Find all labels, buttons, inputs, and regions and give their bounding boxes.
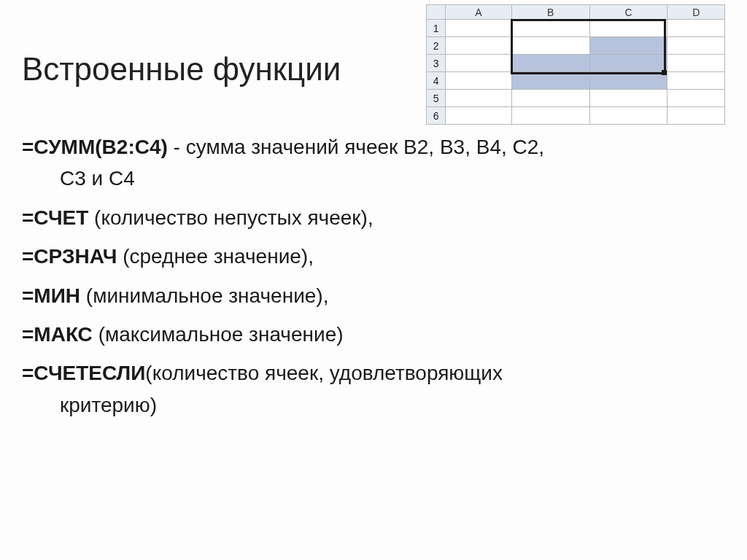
cell — [446, 37, 512, 55]
formula-desc: (максимальное значение) — [98, 323, 344, 346]
col-header: A — [446, 5, 512, 20]
cell — [667, 107, 725, 125]
cell — [589, 90, 667, 107]
grid-corner — [427, 5, 446, 20]
function-item: =МАКС (максимальное значение) — [22, 319, 725, 350]
cell — [446, 90, 512, 107]
function-item: =СЧЕТЕСЛИ(количество ячеек, удовлетворяю… — [22, 357, 725, 421]
formula-name: =СЧЕТЕСЛИ — [22, 362, 145, 384]
cell — [667, 37, 725, 55]
spreadsheet-illustration: A B C D 1 2 3 4 — [426, 4, 725, 125]
formula-name: =СУММ(В2:С4) — [22, 136, 168, 158]
cell-selected — [511, 55, 589, 72]
row-header: 5 — [427, 90, 446, 107]
row-header: 4 — [427, 72, 446, 90]
separator: - — [168, 136, 186, 158]
cell — [667, 72, 725, 90]
cell — [511, 20, 589, 37]
content-body: =СУММ(В2:С4) - сумма значений ячеек В2, … — [22, 131, 725, 421]
cell — [446, 107, 512, 125]
formula-name: =СЧЕТ — [22, 206, 94, 229]
cell — [589, 107, 667, 125]
cell — [511, 90, 589, 107]
col-header: C — [589, 5, 667, 20]
cell-selected — [589, 72, 667, 90]
cell-selected — [589, 55, 667, 72]
cell — [667, 55, 725, 72]
cell — [446, 55, 512, 72]
row-header: 2 — [427, 37, 446, 55]
formula-name: =СРЗНАЧ — [22, 245, 123, 268]
formula-name: =МИН — [22, 284, 86, 307]
formula-desc: (количество непустых ячеек), — [94, 206, 374, 229]
col-header: B — [511, 5, 589, 20]
cell — [589, 20, 667, 37]
row-header: 3 — [427, 55, 446, 72]
cell — [667, 20, 725, 37]
function-item: =МИН (минимальное значение), — [22, 280, 725, 311]
cell-selected — [511, 72, 589, 90]
spreadsheet-grid: A B C D 1 2 3 4 — [426, 4, 725, 125]
cell — [446, 20, 512, 37]
cell-selected — [589, 37, 667, 55]
cell — [667, 90, 725, 107]
cell — [446, 72, 512, 90]
cell — [511, 107, 589, 125]
col-header: D — [667, 5, 725, 20]
formula-name: =МАКС — [22, 323, 98, 346]
cell-active — [511, 37, 589, 55]
formula-desc: (минимальное значение), — [86, 284, 329, 307]
function-item: =СУММ(В2:С4) - сумма значений ячеек В2, … — [22, 131, 725, 195]
row-header: 6 — [427, 107, 446, 125]
formula-desc: (среднее значение), — [123, 245, 314, 268]
function-item: =СРЗНАЧ (среднее значение), — [22, 241, 725, 272]
function-item: =СЧЕТ (количество непустых ячеек), — [22, 202, 725, 233]
row-header: 1 — [427, 20, 446, 37]
